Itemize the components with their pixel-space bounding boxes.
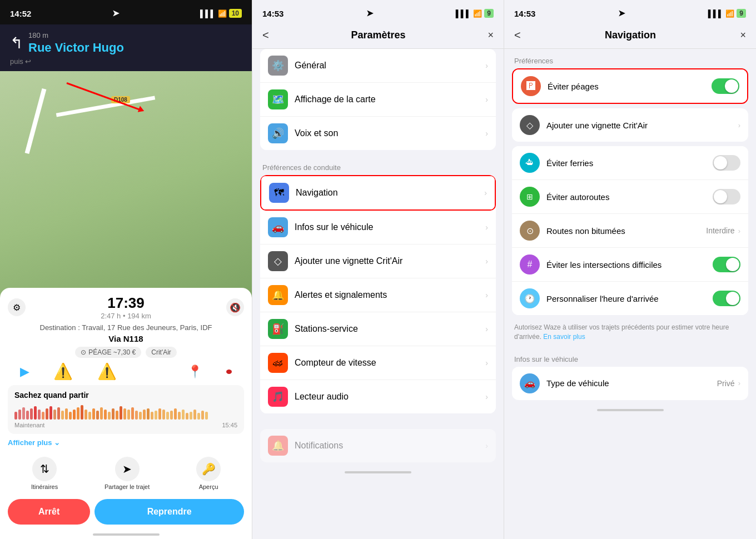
battery-p3: 9 <box>737 9 746 18</box>
chevron-vignette: › <box>485 257 488 266</box>
chevron-general: › <box>485 61 488 70</box>
eviter-peages-item[interactable]: 🅿 Éviter péages <box>513 69 747 103</box>
partager-icon: ➤ <box>115 457 140 481</box>
status-arrow-p3: ➤ <box>618 8 625 18</box>
itineraires-button[interactable]: ⇅ Itinéraires <box>31 457 58 490</box>
chevron-vehicle: › <box>485 223 488 232</box>
stop-button[interactable]: Arrêt <box>8 499 90 525</box>
status-time-p1: 14:52 <box>10 9 31 18</box>
settings-item-notif[interactable]: 🔔 Notifications › <box>260 429 496 462</box>
voice-label: Voix et son <box>295 128 485 138</box>
afficher-plus-button[interactable]: Afficher plus ⌄ <box>8 438 244 447</box>
autoroutes-icon: ⊞ <box>520 187 540 207</box>
mute-button[interactable]: 🔇 <box>226 298 244 316</box>
settings-list: ⚙️ Général › 🗺️ Affichage de la carte › … <box>252 49 504 539</box>
status-icons-p2: ▌▌▌ 📶 9 <box>456 9 494 18</box>
settings-item-navigation[interactable]: 🗺 Navigation › <box>261 176 495 209</box>
eviter-autoroutes-toggle[interactable] <box>713 189 740 204</box>
map-label: Affichage de la carte <box>295 94 485 104</box>
resume-button[interactable]: Reprendre <box>94 499 244 525</box>
home-indicator-p3 <box>597 409 664 411</box>
vehicle-label: Infos sur le véhicule <box>295 222 485 232</box>
ajouter-vignette-item[interactable]: ◇ Ajouter une vignette Crit'Air › <box>512 108 748 142</box>
eviter-ferries-toggle[interactable] <box>713 155 740 171</box>
type-vehicule-icon: 🚗 <box>520 373 540 393</box>
waze-note: Autorisez Waze à utiliser vos trajets pr… <box>504 320 756 347</box>
ajouter-vignette-label: Ajouter une vignette Crit'Air <box>546 121 738 130</box>
itineraires-label: Itinéraires <box>31 483 58 490</box>
settings-item-stations[interactable]: ⛽ Stations-service › <box>260 312 496 346</box>
apercu-icon: 🔑 <box>196 457 221 481</box>
wifi-icon-p2: 📶 <box>473 9 482 18</box>
chevron-speed: › <box>485 358 488 367</box>
eta-time: 17:39 <box>101 295 151 312</box>
en-savoir-plus-link[interactable]: En savoir plus <box>543 333 585 341</box>
settings-item-general[interactable]: ⚙️ Général › <box>260 49 496 83</box>
settings-item-voice[interactable]: 🔊 Voix et son › <box>260 117 496 150</box>
battery-p1: 10 <box>229 9 242 18</box>
close-button-nav[interactable]: × <box>740 29 746 41</box>
personnaliser-heure-item[interactable]: 🕐 Personnaliser l'heure d'arrivée <box>512 282 748 315</box>
general-icon: ⚙️ <box>268 56 288 76</box>
signal-icon-p3: ▌▌▌ <box>708 9 724 18</box>
tags-row: ⊙ PÉAGE ~7,30 € Crit'Air <box>8 347 244 358</box>
settings-group-conduite: 🗺 Navigation › 🚗 Infos sur le véhicule ›… <box>260 175 496 413</box>
destination-pin-icon: 📍 <box>187 365 202 379</box>
alerts-icon: 🔔 <box>268 285 288 305</box>
settings-item-speed[interactable]: 🏎 Compteur de vitesse › <box>260 346 496 380</box>
status-icons-p3: ▌▌▌ 📶 9 <box>708 9 746 18</box>
stations-label: Stations-service <box>295 324 485 334</box>
bottom-actions: ⇅ Itinéraires ➤ Partager le trajet 🔑 Ape… <box>8 452 244 495</box>
eta-details: 2:47 h • 194 km <box>101 312 151 320</box>
chevron-audio: › <box>485 392 488 401</box>
eviter-autoroutes-item[interactable]: ⊞ Éviter autoroutes <box>512 180 748 214</box>
settings-item-alerts[interactable]: 🔔 Alertes et signalements › <box>260 278 496 312</box>
chevron-voice: › <box>485 129 488 138</box>
general-label: Général <box>295 61 485 71</box>
nav-distance: 180 m <box>28 31 124 39</box>
map-view[interactable]: D108 ⚙ 17:39 2:47 h • 194 km 🔇 Destinati… <box>0 71 252 539</box>
settings-item-map[interactable]: 🗺️ Affichage de la carte › <box>260 83 496 117</box>
signal-icon-p2: ▌▌▌ <box>456 9 471 18</box>
status-icons-p1: ▌▌▌ 📶 10 <box>200 9 242 18</box>
apercu-button[interactable]: 🔑 Aperçu <box>196 457 221 490</box>
signal-icon: ▌▌▌ <box>200 9 216 18</box>
back-button-settings[interactable]: < <box>262 29 269 42</box>
eviter-peages-toggle[interactable] <box>712 78 739 94</box>
navigation-label: Navigation <box>296 188 484 198</box>
settings-item-audio[interactable]: 🎵 Lecteur audio › <box>260 380 496 413</box>
nav-then: puis ↩ <box>10 57 242 66</box>
navigation-settings-header: < Navigation × <box>504 24 756 49</box>
alert-icon-2: ⚠️ <box>97 362 117 381</box>
eviter-intersections-item[interactable]: # Éviter les intersections difficiles <box>512 248 748 282</box>
status-bar-panel1: 14:52 ➤ ▌▌▌ 📶 10 <box>0 0 252 24</box>
departure-section: Sachez quand partir <box>8 385 244 434</box>
eviter-ferries-item[interactable]: ⛴ Éviter ferries <box>512 146 748 180</box>
settings-item-vignette[interactable]: ◇ Ajouter une vignette Crit'Air › <box>260 244 496 278</box>
close-button-settings[interactable]: × <box>488 29 494 41</box>
personnaliser-heure-toggle[interactable] <box>713 291 740 306</box>
routes-non-bitumees-item[interactable]: ⊙ Routes non bitumées Interdire › <box>512 214 748 248</box>
preferences-section-label: Préférences <box>504 49 756 68</box>
eviter-ferries-label: Éviter ferries <box>546 158 713 168</box>
routes-icon: ⊙ <box>520 221 540 241</box>
chevron-map: › <box>485 95 488 104</box>
nav-street: Rue Victor Hugo <box>28 41 124 55</box>
settings-item-vehicle[interactable]: 🚗 Infos sur le véhicule › <box>260 211 496 244</box>
main-buttons: Arrêt Reprendre <box>8 495 244 531</box>
vehicle-type-group: 🚗 Type de véhicule Privé › <box>512 367 748 400</box>
turn-left-icon: ↰ <box>10 34 23 52</box>
type-vehicule-item[interactable]: 🚗 Type de véhicule Privé › <box>512 367 748 400</box>
wifi-icon: 📶 <box>218 9 227 18</box>
partager-button[interactable]: ➤ Partager le trajet <box>105 457 150 490</box>
eviter-intersections-toggle[interactable] <box>713 257 740 272</box>
chevron-navigation: › <box>484 188 487 197</box>
settings-gear-button[interactable]: ⚙ <box>8 298 26 316</box>
home-indicator <box>93 533 160 536</box>
speed-icon: 🏎 <box>268 353 288 373</box>
chevron-stations: › <box>485 325 488 333</box>
traffic-bars <box>14 403 237 420</box>
chevron-vignette2: › <box>738 121 740 129</box>
back-button-nav[interactable]: < <box>514 29 521 42</box>
panel-navigation-active: 14:52 ➤ ▌▌▌ 📶 10 ↰ 180 m Rue Victor Hugo… <box>0 0 252 539</box>
